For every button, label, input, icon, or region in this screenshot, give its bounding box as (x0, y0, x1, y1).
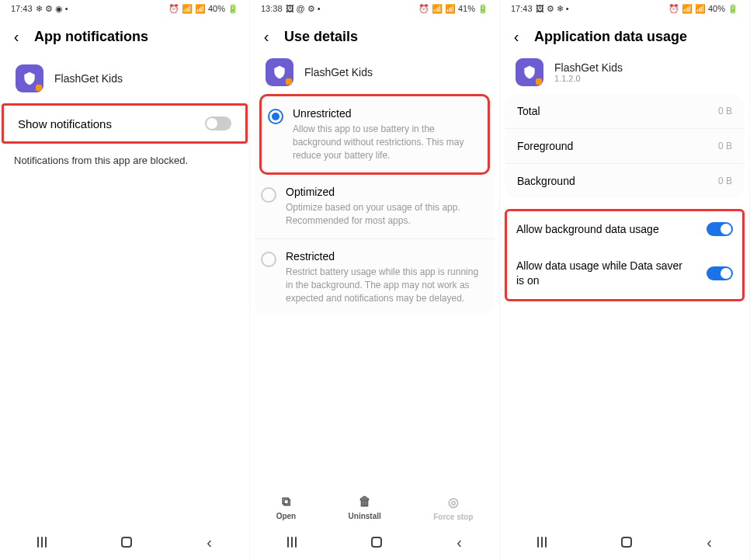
battery-options-card: Unrestricted Allow this app to use batte… (255, 94, 495, 315)
phone-data-usage: 17:43 🖼 ⚙ ❄ • ⏰ 📶 📶 40% 🔋 ‹ Application … (500, 0, 750, 560)
status-left-icons: 🖼 @ ⚙ • (286, 4, 321, 14)
option-optimized[interactable]: Optimized Optimize based on your usage o… (255, 175, 495, 239)
app-version: 1.1.2.0 (554, 74, 623, 83)
option-desc: Optimize based on your usage of this app… (286, 201, 487, 228)
app-name: FlashGet Kids (54, 72, 123, 85)
app-icon (16, 64, 43, 92)
allow-data-saver-label: Allow data usage while Data saver is on (516, 259, 687, 288)
app-row[interactable]: FlashGet Kids (0, 55, 249, 103)
nav-bar: ‹ (500, 530, 749, 554)
nav-bar: ‹ (0, 530, 249, 554)
highlight-show-notifications: Show notifications (2, 103, 248, 144)
option-title: Restricted (286, 250, 487, 263)
back-icon[interactable]: ‹ (259, 28, 273, 46)
open-label: Open (276, 512, 297, 520)
radio-restricted[interactable] (261, 252, 276, 267)
status-right-icons: ⏰ 📶 📶 40% 🔋 (668, 4, 738, 14)
option-unrestricted[interactable]: Unrestricted Allow this app to use batte… (262, 96, 488, 172)
allow-bg-data-row[interactable]: Allow background data usage (507, 211, 742, 248)
show-notifications-toggle[interactable] (205, 117, 231, 130)
force-stop-label: Force stop (433, 513, 473, 521)
row-total: Total 0 B (505, 94, 745, 129)
total-label: Total (517, 105, 540, 117)
background-value: 0 B (718, 176, 732, 186)
page-header: ‹ App notifications (0, 17, 249, 55)
total-value: 0 B (718, 106, 732, 117)
highlight-unrestricted: Unrestricted Allow this app to use batte… (259, 94, 490, 175)
app-name: FlashGet Kids (554, 61, 623, 74)
status-time: 17:43 (511, 4, 533, 13)
radio-optimized[interactable] (261, 187, 276, 203)
data-usage-card: Total 0 B Foreground 0 B Background 0 B (505, 94, 745, 198)
force-stop-button[interactable]: ◎ Force stop (433, 495, 473, 521)
back-icon[interactable]: ‹ (509, 28, 523, 46)
show-notifications-row[interactable]: Show notifications (4, 106, 245, 141)
nav-back-button[interactable]: ‹ (457, 534, 462, 550)
status-right-icons: ⏰ 📶 📶 41% 🔋 (418, 4, 488, 14)
show-notifications-label: Show notifications (18, 117, 112, 130)
radio-unrestricted[interactable] (268, 109, 283, 124)
uninstall-label: Uninstall (349, 512, 381, 520)
app-row[interactable]: FlashGet Kids (250, 55, 499, 94)
status-right-icons: ⏰ 📶 📶 40% 🔋 (168, 4, 238, 14)
foreground-label: Foreground (517, 140, 573, 152)
nav-recent-button[interactable] (37, 537, 47, 548)
nav-recent-button[interactable] (537, 537, 547, 548)
row-background: Background 0 B (505, 164, 745, 198)
row-foreground: Foreground 0 B (505, 129, 745, 164)
page-title: Application data usage (534, 29, 687, 45)
open-button[interactable]: ⧉ Open (276, 495, 297, 521)
page-header: ‹ Application data usage (500, 17, 749, 55)
action-bar: ⧉ Open 🗑 Uninstall ◎ Force stop (250, 495, 499, 521)
nav-home-button[interactable] (121, 537, 132, 548)
status-left-icons: ❄ ⚙ ◉ • (36, 4, 68, 14)
open-icon: ⧉ (282, 495, 290, 509)
option-desc: Allow this app to use battery in the bac… (293, 123, 480, 162)
stop-icon: ◎ (448, 495, 459, 510)
app-name: FlashGet Kids (304, 66, 373, 78)
status-time: 17:43 (11, 4, 33, 13)
trash-icon: 🗑 (359, 495, 371, 509)
option-title: Optimized (286, 186, 487, 198)
page-title: Use details (284, 29, 358, 45)
status-bar: 13:38 🖼 @ ⚙ • ⏰ 📶 📶 41% 🔋 (250, 0, 499, 17)
phone-app-notifications: 17:43 ❄ ⚙ ◉ • ⏰ 📶 📶 40% 🔋 ‹ App notifica… (0, 0, 250, 560)
app-icon (266, 58, 293, 86)
blocked-note: Notifications from this app are blocked. (0, 144, 249, 177)
option-title: Unrestricted (293, 107, 480, 120)
app-icon (516, 58, 543, 86)
allow-bg-data-toggle[interactable] (707, 222, 733, 236)
allow-data-saver-row[interactable]: Allow data usage while Data saver is on (507, 248, 742, 299)
status-left-icons: 🖼 ⚙ ❄ • (536, 4, 569, 14)
nav-home-button[interactable] (621, 537, 632, 548)
nav-back-button[interactable]: ‹ (707, 534, 712, 550)
foreground-value: 0 B (718, 141, 732, 151)
highlight-data-toggles: Allow background data usage Allow data u… (505, 209, 745, 301)
option-desc: Restrict battery usage while this app is… (286, 266, 487, 304)
nav-bar: ‹ (250, 530, 499, 554)
page-header: ‹ Use details (250, 17, 499, 55)
status-bar: 17:43 🖼 ⚙ ❄ • ⏰ 📶 📶 40% 🔋 (500, 0, 749, 17)
background-label: Background (517, 175, 575, 187)
back-icon[interactable]: ‹ (9, 28, 23, 46)
nav-home-button[interactable] (371, 537, 382, 548)
app-row[interactable]: FlashGet Kids 1.1.2.0 (500, 55, 749, 94)
status-bar: 17:43 ❄ ⚙ ◉ • ⏰ 📶 📶 40% 🔋 (0, 0, 249, 17)
allow-data-saver-toggle[interactable] (707, 266, 733, 280)
nav-recent-button[interactable] (287, 537, 297, 548)
uninstall-button[interactable]: 🗑 Uninstall (349, 495, 381, 521)
nav-back-button[interactable]: ‹ (207, 534, 212, 550)
allow-bg-data-label: Allow background data usage (516, 222, 659, 237)
option-restricted[interactable]: Restricted Restrict battery usage while … (255, 239, 495, 315)
page-title: App notifications (34, 29, 148, 45)
status-time: 13:38 (261, 4, 283, 13)
phone-use-details: 13:38 🖼 @ ⚙ • ⏰ 📶 📶 41% 🔋 ‹ Use details … (250, 0, 500, 560)
